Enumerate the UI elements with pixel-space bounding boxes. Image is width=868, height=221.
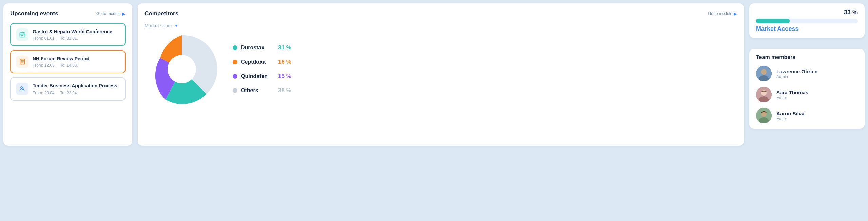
ceptdoxa-label: Ceptdoxa xyxy=(241,59,275,65)
svg-point-1 xyxy=(21,35,22,36)
progress-bar-fill xyxy=(756,19,790,23)
event-icon-2 xyxy=(16,56,28,68)
competitors-go-to-module[interactable]: Go to module ▶ xyxy=(708,11,737,16)
avatar-aaron xyxy=(756,108,772,123)
event-icon-3 xyxy=(16,83,28,95)
others-dot xyxy=(233,88,237,93)
member-role-sara: Editor xyxy=(776,95,808,100)
member-role-lawrence: Admin xyxy=(776,74,818,79)
avatar-lawrence xyxy=(756,66,772,81)
events-go-to-module[interactable]: Go to module ▶ xyxy=(96,11,126,16)
event-item-2[interactable]: NH Forum Review Period From: 12.03. To: … xyxy=(10,50,126,73)
pie-chart xyxy=(144,32,219,106)
durostax-dot xyxy=(233,45,237,50)
team-member-aaron[interactable]: Aaron Silva Editor xyxy=(756,108,858,123)
svg-point-4 xyxy=(21,87,22,89)
svg-point-2 xyxy=(22,35,23,36)
member-info-aaron: Aaron Silva Editor xyxy=(776,110,805,121)
event-name-1: Gastro & Hepato World Conference xyxy=(33,28,112,35)
others-label: Others xyxy=(241,87,275,94)
market-share-label: Market share xyxy=(144,23,172,28)
member-name-sara: Sara Thomas xyxy=(776,89,808,95)
legend: Durostax 31 % Ceptdoxa 16 % Quindafen 15… xyxy=(233,44,298,94)
competitors-title: Competitors xyxy=(144,10,178,17)
market-access-section: 33 % Market Access xyxy=(749,3,865,38)
durostax-label: Durostax xyxy=(241,45,275,51)
team-title: Team members xyxy=(756,54,858,60)
progress-pct: 33 % xyxy=(844,9,858,16)
team-member-sara[interactable]: Sara Thomas Editor xyxy=(756,87,858,102)
durostax-pct: 31 % xyxy=(278,44,298,51)
others-pct: 38 % xyxy=(278,87,298,94)
competitors-go-arrow: ▶ xyxy=(734,11,737,16)
chart-area: Durostax 31 % Ceptdoxa 16 % Quindafen 15… xyxy=(144,32,737,106)
svg-point-5 xyxy=(23,87,24,88)
member-role-aaron: Editor xyxy=(776,116,805,121)
member-info-lawrence: Lawrence Obrien Admin xyxy=(776,68,818,79)
svg-rect-0 xyxy=(20,33,25,37)
progress-bar-container xyxy=(756,19,858,23)
event-icon-1 xyxy=(16,28,28,41)
events-card: Upcoming events Go to module ▶ Gastro & … xyxy=(3,3,132,146)
event-content-1: Gastro & Hepato World Conference From: 0… xyxy=(33,28,112,41)
progress-label: 33 % xyxy=(756,9,858,16)
event-content-3: Tender Business Application Process From… xyxy=(33,83,117,95)
svg-point-6 xyxy=(168,55,196,83)
legend-item-quindafen: Quindafen 15 % xyxy=(233,73,298,80)
legend-item-durostax: Durostax 31 % xyxy=(233,44,298,51)
member-info-sara: Sara Thomas Editor xyxy=(776,89,808,100)
svg-point-8 xyxy=(761,69,767,75)
event-dates-2: From: 12.03. To: 14.03. xyxy=(33,63,89,68)
ceptdoxa-dot xyxy=(233,60,237,64)
legend-item-others: Others 38 % xyxy=(233,87,298,94)
team-section: Team members Lawrence Obrien Admin xyxy=(749,49,865,129)
event-dates-1: From: 01.01. To: 31.01. xyxy=(33,36,112,41)
events-card-header: Upcoming events Go to module ▶ xyxy=(10,10,126,17)
legend-item-ceptdoxa: Ceptdoxa 16 % xyxy=(233,59,298,65)
member-name-aaron: Aaron Silva xyxy=(776,110,805,116)
competitors-card: Competitors Go to module ▶ Market share … xyxy=(138,3,744,146)
market-access-title: Market Access xyxy=(756,25,858,33)
quindafen-dot xyxy=(233,74,237,79)
member-name-lawrence: Lawrence Obrien xyxy=(776,68,818,74)
competitors-card-header: Competitors Go to module ▶ xyxy=(144,10,737,17)
team-member-lawrence[interactable]: Lawrence Obrien Admin xyxy=(756,66,858,81)
go-to-module-arrow: ▶ xyxy=(122,11,126,16)
event-content-2: NH Forum Review Period From: 12.03. To: … xyxy=(33,56,89,68)
events-title: Upcoming events xyxy=(10,10,58,17)
quindafen-pct: 15 % xyxy=(278,73,298,80)
event-item-3[interactable]: Tender Business Application Process From… xyxy=(10,77,126,100)
right-panel: 33 % Market Access Team members Lawrence… xyxy=(749,3,865,129)
event-item-1[interactable]: Gastro & Hepato World Conference From: 0… xyxy=(10,23,126,46)
avatar-sara xyxy=(756,87,772,102)
market-share-header: Market share ▼ xyxy=(144,23,737,28)
market-share-dropdown[interactable]: ▼ xyxy=(174,23,178,28)
ceptdoxa-pct: 16 % xyxy=(278,59,298,65)
event-name-3: Tender Business Application Process xyxy=(33,83,117,89)
event-name-2: NH Forum Review Period xyxy=(33,56,89,62)
event-dates-3: From: 20.04. To: 23.04. xyxy=(33,91,117,95)
quindafen-label: Quindafen xyxy=(241,73,275,79)
